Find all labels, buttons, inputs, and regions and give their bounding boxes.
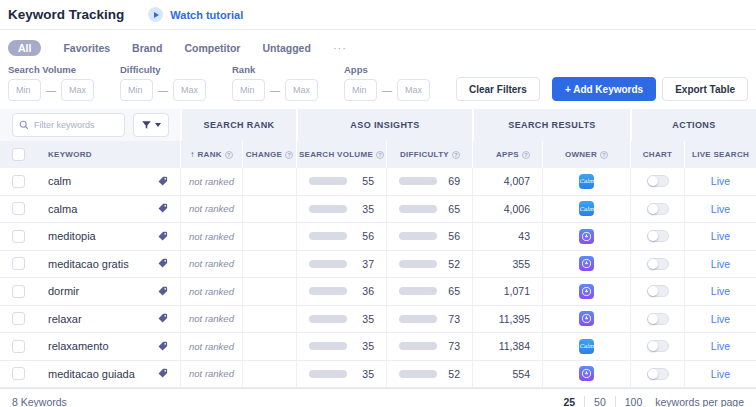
- search-volume-cell: 56: [296, 223, 386, 250]
- difficulty-value: 73: [448, 313, 460, 325]
- tab-all[interactable]: All: [8, 40, 41, 56]
- row-checkbox[interactable]: [12, 312, 25, 325]
- calm-app-icon[interactable]: Calm: [579, 339, 594, 354]
- search-volume-bar: [309, 177, 347, 185]
- tag-icon[interactable]: [157, 368, 168, 379]
- chart-toggle[interactable]: [647, 340, 669, 352]
- table-group-header: SEARCH RANK ASO INSIGHTS SEARCH RESULTS …: [0, 109, 756, 141]
- keyword-label: meditacao guiada: [48, 368, 135, 380]
- live-search-link[interactable]: Live: [711, 285, 730, 297]
- difficulty-max-input[interactable]: [173, 79, 206, 101]
- live-search-link[interactable]: Live: [711, 258, 730, 270]
- tag-icon[interactable]: [157, 258, 168, 269]
- play-icon[interactable]: [148, 7, 163, 22]
- more-tabs-icon[interactable]: ···: [333, 42, 347, 54]
- search-volume-info-icon[interactable]: ?: [376, 151, 384, 159]
- meditopia-app-icon[interactable]: [579, 256, 594, 271]
- search-volume-cell: 35: [296, 196, 386, 223]
- tag-icon[interactable]: [157, 286, 168, 297]
- live-search-link[interactable]: Live: [711, 203, 730, 215]
- chart-toggle[interactable]: [647, 285, 669, 297]
- rank-max-input[interactable]: [285, 79, 318, 101]
- chart-cell: [630, 361, 684, 388]
- difficulty-min-input[interactable]: [120, 79, 153, 101]
- chart-toggle[interactable]: [647, 230, 669, 242]
- keyword-label: meditopia: [48, 230, 96, 242]
- rank-info-icon[interactable]: ?: [225, 151, 233, 159]
- row-checkbox[interactable]: [12, 340, 25, 353]
- tab-favorites[interactable]: Favorites: [63, 42, 110, 54]
- filter-row: Search Volume — Difficulty — Rank: [8, 64, 748, 109]
- chart-toggle[interactable]: [647, 175, 669, 187]
- difficulty-info-icon[interactable]: ?: [452, 151, 460, 159]
- owner-info-icon[interactable]: ?: [600, 151, 608, 159]
- meditopia-app-icon[interactable]: [579, 366, 594, 381]
- meditopia-app-icon[interactable]: [579, 284, 594, 299]
- page-size-100[interactable]: 100: [616, 394, 652, 407]
- clear-filters-button[interactable]: Clear Filters: [456, 77, 540, 101]
- row-checkbox[interactable]: [12, 175, 25, 188]
- tab-competitor[interactable]: Competitor: [184, 42, 240, 54]
- row-checkbox[interactable]: [12, 367, 25, 380]
- chart-toggle[interactable]: [647, 368, 669, 380]
- page-size-50[interactable]: 50: [585, 394, 615, 407]
- keyword-filter-search[interactable]: [12, 113, 125, 137]
- col-chart: CHART: [630, 141, 684, 168]
- meditopia-app-icon[interactable]: [579, 229, 594, 244]
- live-search-link[interactable]: Live: [711, 175, 730, 187]
- difficulty-cell: 52: [386, 361, 472, 388]
- rank-min-input[interactable]: [232, 79, 265, 101]
- tag-icon[interactable]: [157, 313, 168, 324]
- row-checkbox[interactable]: [12, 202, 25, 215]
- apps-max-input[interactable]: [397, 79, 430, 101]
- col-search-volume: SEARCH VOLUME ?: [296, 141, 386, 168]
- difficulty-cell: 56: [386, 223, 472, 250]
- page-size-25[interactable]: 25: [554, 394, 584, 407]
- col-rank[interactable]: ↑ RANK ?: [180, 141, 242, 168]
- calm-app-icon[interactable]: Calm: [579, 201, 594, 216]
- search-volume-bar: [309, 205, 347, 213]
- live-search-link[interactable]: Live: [711, 340, 730, 352]
- keyword-filter-input[interactable]: [34, 120, 114, 130]
- tag-icon[interactable]: [157, 341, 168, 352]
- search-volume-min-input[interactable]: [8, 79, 41, 101]
- select-all-checkbox[interactable]: [12, 148, 25, 161]
- keyword-label: calma: [48, 203, 77, 215]
- chart-toggle[interactable]: [647, 203, 669, 215]
- advanced-filter-button[interactable]: [133, 113, 169, 137]
- change-info-icon[interactable]: ?: [285, 151, 293, 159]
- row-checkbox[interactable]: [12, 285, 25, 298]
- difficulty-cell: 69: [386, 168, 472, 195]
- apps-info-icon[interactable]: ?: [522, 151, 530, 159]
- watch-tutorial-link[interactable]: Watch tutorial: [148, 7, 243, 22]
- apps-min-input[interactable]: [344, 79, 377, 101]
- apps-count: 11,395: [472, 306, 542, 333]
- funnel-icon: [141, 120, 152, 131]
- live-search-link[interactable]: Live: [711, 368, 730, 380]
- rank-value: not ranked: [180, 306, 242, 333]
- meditopia-app-icon[interactable]: [579, 311, 594, 326]
- export-table-button[interactable]: Export Table: [662, 77, 748, 101]
- tag-icon[interactable]: [157, 176, 168, 187]
- tab-brand[interactable]: Brand: [132, 42, 162, 54]
- search-volume-max-input[interactable]: [61, 79, 94, 101]
- row-checkbox[interactable]: [12, 257, 25, 270]
- keyword-label: calm: [48, 175, 71, 187]
- chart-toggle[interactable]: [647, 258, 669, 270]
- add-keywords-button[interactable]: + Add Keywords: [552, 77, 656, 101]
- tag-icon[interactable]: [157, 231, 168, 242]
- apps-count: 1,071: [472, 278, 542, 305]
- calm-app-icon[interactable]: Calm: [579, 174, 594, 189]
- search-volume-bar: [309, 287, 347, 295]
- tag-icon[interactable]: [157, 203, 168, 214]
- row-checkbox[interactable]: [12, 230, 25, 243]
- live-search-link[interactable]: Live: [711, 313, 730, 325]
- live-search-link[interactable]: Live: [711, 230, 730, 242]
- tab-untagged[interactable]: Untagged: [262, 42, 310, 54]
- change-value: [242, 223, 296, 250]
- apps-count: 554: [472, 361, 542, 388]
- chart-toggle[interactable]: [647, 313, 669, 325]
- rank-value: not ranked: [180, 168, 242, 195]
- live-search-cell: Live: [684, 333, 756, 360]
- tag-filter-tabs: All Favorites Brand Competitor Untagged …: [8, 40, 748, 56]
